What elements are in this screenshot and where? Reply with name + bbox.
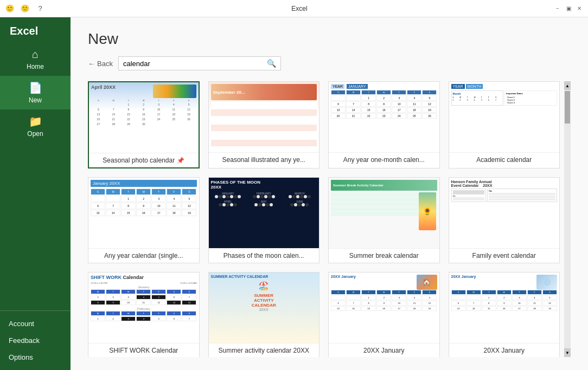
template-label-seasonal-photo: Seasonal photo calendar 📌 bbox=[89, 153, 199, 167]
template-label-academic: Academic calendar bbox=[449, 152, 560, 167]
app-logo: Excel bbox=[0, 17, 71, 43]
window-controls: − ▣ ✕ bbox=[553, 4, 584, 13]
template-label-any-year-single: Any year calendar (single... bbox=[88, 248, 199, 263]
scrollbar[interactable]: ▲ ▼ bbox=[564, 81, 571, 357]
template-thumb-summer-break: Summer Break Activity Calendar 🌻 bbox=[329, 178, 439, 248]
template-thumb-any-year-one-month: YEAR JANUARY SMTWTFS 12345 6789101112 13… bbox=[329, 82, 439, 152]
template-card-any-year-single[interactable]: January 20XX S M T W T F S 12345 6789101… bbox=[88, 177, 200, 263]
template-grid-wrap: April 20XX SMTWTFS 12345 6789101112 1314… bbox=[88, 81, 571, 357]
template-label-summer-activity: Summer activity calendar 20XX bbox=[209, 343, 319, 357]
search-icon[interactable]: 🔍 bbox=[267, 59, 276, 68]
template-thumb-seasonal-illustrated: September 20... bbox=[209, 82, 319, 152]
sidebar-item-feedback[interactable]: Feedback bbox=[0, 332, 71, 349]
template-label-any-year-one-month: Any year one-month calen... bbox=[329, 152, 439, 167]
template-label-jan-photo: 20XX January bbox=[329, 343, 439, 357]
home-icon: ⌂ bbox=[32, 48, 39, 61]
search-input-wrap: 🔍 bbox=[118, 56, 281, 70]
template-card-jan-blue[interactable]: 20XX January ❄️ S M T W T F S bbox=[449, 272, 560, 357]
sidebar-item-account[interactable]: Account bbox=[0, 315, 71, 332]
sad-icon[interactable]: 🙁 bbox=[20, 3, 30, 14]
sidebar: Excel ⌂ Home 📄 New 📁 Open Account Feedba… bbox=[0, 17, 71, 370]
template-thumb-seasonal-photo: April 20XX SMTWTFS 12345 6789101112 1314… bbox=[89, 82, 199, 153]
sidebar-label-home: Home bbox=[27, 63, 44, 70]
close-button[interactable]: ✕ bbox=[575, 4, 584, 13]
back-button[interactable]: ← Back bbox=[88, 60, 113, 68]
template-thumb-any-year-single: January 20XX S M T W T F S 12345 6789101… bbox=[88, 178, 199, 248]
sidebar-nav: ⌂ Home 📄 New 📁 Open bbox=[0, 43, 71, 310]
back-arrow-icon: ← bbox=[88, 60, 95, 68]
titlebar-icons: 🙂 🙁 ? bbox=[4, 3, 46, 14]
pin-icon: 📌 bbox=[177, 157, 184, 164]
sidebar-item-options[interactable]: Options bbox=[0, 349, 71, 366]
sidebar-label-open: Open bbox=[27, 130, 43, 138]
search-input[interactable] bbox=[123, 60, 267, 68]
template-thumb-jan-blue: 20XX January ❄️ S M T W T F S bbox=[449, 272, 560, 343]
smiley-icon[interactable]: 🙂 bbox=[4, 3, 15, 14]
template-thumb-summer-activity: SUMMER ACTIVITY CALENDAR 🏖️ SUMMERACTIVI… bbox=[209, 272, 319, 343]
sidebar-item-home[interactable]: ⌂ Home bbox=[0, 43, 71, 76]
template-card-seasonal-illustrated[interactable]: September 20... Seaso bbox=[208, 81, 320, 168]
template-card-academic[interactable]: YEAR MONTH Month SMTWTFS 1234567 bbox=[449, 81, 560, 168]
template-label-shift-work: SHIFT WORK Calendar bbox=[88, 343, 199, 357]
template-card-family-event[interactable]: Hanson Family AnnualEvent Calendar 20XX … bbox=[449, 177, 560, 263]
page-title: New bbox=[88, 30, 571, 48]
search-bar: ← Back 🔍 bbox=[88, 56, 571, 70]
template-card-any-year-one-month[interactable]: YEAR JANUARY SMTWTFS 12345 6789101112 13… bbox=[328, 81, 440, 168]
template-card-seasonal-photo[interactable]: April 20XX SMTWTFS 12345 6789101112 1314… bbox=[88, 81, 200, 168]
template-card-summer-break[interactable]: Summer Break Activity Calendar 🌻 S bbox=[328, 177, 440, 263]
template-label-seasonal-illustrated: Seasonal illustrated any ye... bbox=[209, 152, 319, 167]
sidebar-bottom: Account Feedback Options bbox=[0, 310, 71, 370]
template-thumb-moon: PHASES OF THE MOON20XX JANUARY bbox=[209, 178, 319, 248]
template-thumb-jan-photo: 20XX January 🏠 S M T W T F S bbox=[329, 272, 439, 343]
minimize-button[interactable]: − bbox=[553, 4, 562, 13]
template-label-summer-break: Summer break calendar bbox=[329, 248, 439, 263]
template-thumb-family-event: Hanson Family AnnualEvent Calendar 20XX … bbox=[449, 178, 560, 248]
template-label-moon: Phases of the moon calen... bbox=[209, 248, 319, 263]
restore-button[interactable]: ▣ bbox=[564, 4, 573, 13]
template-card-shift-work[interactable]: SHIFT WORK Calendar 12:00 to 2:00 PM 12:… bbox=[88, 272, 200, 357]
template-card-moon[interactable]: PHASES OF THE MOON20XX JANUARY bbox=[208, 177, 320, 263]
template-thumb-academic: YEAR MONTH Month SMTWTFS 1234567 bbox=[449, 82, 560, 152]
sidebar-item-new[interactable]: 📄 New bbox=[0, 76, 71, 109]
main-content: New ← Back 🔍 April 20XX bbox=[71, 17, 588, 370]
new-icon: 📄 bbox=[29, 81, 42, 94]
open-icon: 📁 bbox=[29, 115, 42, 128]
template-thumb-shift-work: SHIFT WORK Calendar 12:00 to 2:00 PM 12:… bbox=[88, 272, 199, 343]
template-grid: April 20XX SMTWTFS 12345 6789101112 1314… bbox=[88, 81, 564, 357]
scroll-up-button[interactable]: ▲ bbox=[564, 81, 571, 90]
template-card-summer-activity[interactable]: SUMMER ACTIVITY CALENDAR 🏖️ SUMMERACTIVI… bbox=[208, 272, 320, 357]
scroll-thumb[interactable] bbox=[565, 91, 570, 124]
back-label: Back bbox=[97, 60, 113, 68]
template-label-jan-blue: 20XX January bbox=[449, 343, 560, 357]
template-label-family-event: Family event calendar bbox=[449, 248, 560, 263]
scroll-down-button[interactable]: ▼ bbox=[564, 348, 571, 357]
help-icon[interactable]: ? bbox=[35, 3, 46, 14]
titlebar: 🙂 🙁 ? Excel − ▣ ✕ bbox=[0, 0, 588, 17]
template-card-jan-photo[interactable]: 20XX January 🏠 S M T W T F S bbox=[328, 272, 440, 357]
sidebar-item-open[interactable]: 📁 Open bbox=[0, 109, 71, 143]
window-title: Excel bbox=[46, 5, 553, 12]
sidebar-label-new: New bbox=[29, 96, 42, 104]
app-container: Excel ⌂ Home 📄 New 📁 Open Account Feedba… bbox=[0, 17, 588, 370]
